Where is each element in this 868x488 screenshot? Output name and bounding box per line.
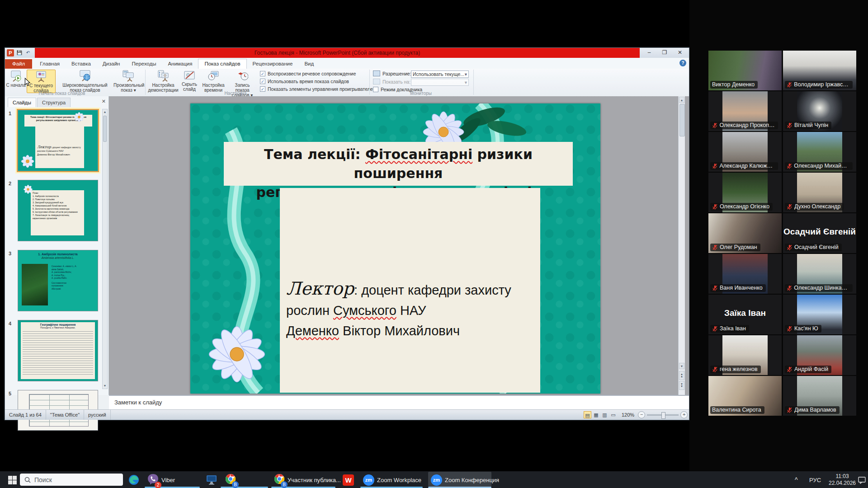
record-slideshow-button[interactable]: Запись показа слайдов ▾ xyxy=(227,70,257,93)
muted-mic-icon xyxy=(787,285,792,291)
taskbar-zoom-workplace-button[interactable]: zm Zoom Workplace xyxy=(363,474,421,486)
taskbar-monitor-button[interactable] xyxy=(206,474,217,486)
participant-tile[interactable]: Духно Олександр xyxy=(783,173,856,212)
from-current-slide-button[interactable]: С текущего слайда xyxy=(27,70,56,93)
participant-tile[interactable]: Заїка Іван Заїка Іван xyxy=(708,295,782,334)
participant-tile[interactable]: Валентина Сирота xyxy=(708,376,782,416)
taskbar-search[interactable]: Поиск xyxy=(20,474,123,486)
taskbar-chrome-meeting-button[interactable]: B Участник публика... xyxy=(274,474,341,486)
scroll-up-icon[interactable]: ▲ xyxy=(103,109,107,115)
slide-thumbnail-3[interactable]: 1. Амброзія полинолиста Ambrosia artemis… xyxy=(18,250,98,311)
from-beginning-button[interactable]: С начала xyxy=(6,70,26,93)
slide-content-box[interactable]: Лектор: доцент кафедри захисту рослин Су… xyxy=(280,188,540,393)
slide-canvas[interactable]: Тема лекції: Фітосанітарні ризики пошире… xyxy=(190,103,600,394)
setup-slideshow-button[interactable]: Настройка демонстрации xyxy=(148,70,179,93)
viber-label: Viber xyxy=(161,477,175,483)
checkbox-play-narration[interactable]: ✓ Воспроизвести речевое сопровождение xyxy=(260,71,356,76)
resolution-value: Использовать текуще... xyxy=(413,71,464,77)
zoom-slider-thumb[interactable] xyxy=(661,412,665,419)
tab-outline[interactable]: Структура xyxy=(37,98,71,107)
tray-language-indicator[interactable]: РУС xyxy=(809,474,821,486)
participant-tile[interactable]: Олег Рудоман xyxy=(708,213,782,253)
notes-pane[interactable]: Заметки к слайду xyxy=(109,395,689,409)
scroll-down-icon[interactable]: ▼ xyxy=(679,363,684,369)
tray-expand-button[interactable]: ^ xyxy=(795,474,798,486)
start-button[interactable] xyxy=(8,474,17,486)
taskbar-chrome-button[interactable]: B xyxy=(225,474,236,486)
scroll-down-icon[interactable]: ▼ xyxy=(103,383,107,389)
participant-tile[interactable]: Дима Варламов xyxy=(783,376,856,416)
slide-scrollbar[interactable]: ▲ ▼ ▲▲ ▼▼ xyxy=(678,96,685,395)
participant-name-label: Валентина Сирота xyxy=(710,406,764,414)
participant-tile[interactable]: Віталій Чупін xyxy=(783,91,856,131)
tab-transitions[interactable]: Переходы xyxy=(126,59,162,69)
participant-tile[interactable]: Осадчий Євгеній Осадчий Євгеній xyxy=(783,213,856,253)
tab-slideshow[interactable]: Показ слайдов xyxy=(198,59,246,69)
taskbar-viber-button[interactable]: 2 Viber xyxy=(147,474,175,486)
scroll-thumb[interactable] xyxy=(103,116,107,142)
scroll-up-icon[interactable]: ▲ xyxy=(679,97,684,103)
participant-tile[interactable]: Кас'ян Ю xyxy=(783,295,856,334)
scroll-thumb[interactable] xyxy=(679,104,685,136)
custom-slideshow-button[interactable]: Произвольный показ ▾ xyxy=(113,70,143,93)
participant-tile[interactable]: Олександр Шинкаре... xyxy=(783,254,856,294)
tab-review[interactable]: Рецензирование xyxy=(247,59,299,69)
setup-show-label: Настройка демонстрации xyxy=(148,83,179,93)
zoom-level[interactable]: 120% xyxy=(622,412,634,418)
slide-thumbnail-2[interactable]: План: 1. Амброзія полинолиста 2. Повитиц… xyxy=(18,180,98,241)
hide-slide-button[interactable]: Скрыть слайд xyxy=(179,70,199,93)
taskbar-wps-button[interactable]: W xyxy=(343,474,354,486)
slideshow-view-icon[interactable]: ▭ xyxy=(609,411,617,418)
participant-tile[interactable]: Виктор Деменко xyxy=(708,51,782,90)
help-icon[interactable]: ? xyxy=(679,60,686,66)
save-icon[interactable]: 💾 xyxy=(16,50,23,56)
taskbar-edge-button[interactable] xyxy=(128,474,139,486)
thumb-title: 1. Амброзія полинолиста xyxy=(18,253,98,256)
participant-tile[interactable]: Александр Калюжный xyxy=(708,132,782,172)
tray-clock[interactable]: 11:03 22.04.2026 xyxy=(828,473,856,487)
ppt-maximize-button[interactable]: ❐ xyxy=(658,48,671,57)
panel-close-icon[interactable]: ✕ xyxy=(102,99,106,104)
participant-tile[interactable]: Олександр Прокопе... xyxy=(708,91,782,131)
slide-title-box[interactable]: Тема лекції: Фітосанітарні ризики пошире… xyxy=(224,142,573,186)
participant-tile[interactable]: Ваня Иванченко xyxy=(708,254,782,294)
reading-view-icon[interactable]: ▥ xyxy=(601,411,609,418)
slide-thumbnail-4[interactable]: Географічне поширення Походить з Північн… xyxy=(18,320,98,381)
tab-design[interactable]: Дизайн xyxy=(97,59,126,69)
slideshow-current-icon xyxy=(35,70,47,82)
previous-slide-button[interactable]: ▲▲ xyxy=(679,371,684,380)
ppt-close-button[interactable]: ✕ xyxy=(673,48,687,57)
tab-slides-thumbnails[interactable]: Слайды xyxy=(8,98,36,107)
zoom-in-icon[interactable]: + xyxy=(680,411,688,418)
tab-animations[interactable]: Анимация xyxy=(162,59,198,69)
resolution-dropdown[interactable]: Использовать текуще...▾ xyxy=(411,70,469,78)
participant-tile[interactable]: Володимир Іржавськ... xyxy=(783,51,856,90)
next-slide-button[interactable]: ▼▼ xyxy=(679,381,684,390)
rehearse-timings-button[interactable]: Настройка времени xyxy=(200,70,226,93)
participant-tile[interactable]: Олександр Огієнко xyxy=(708,173,782,212)
notification-center-button[interactable] xyxy=(858,474,866,486)
panel-scrollbar[interactable]: ▲ ▼ xyxy=(102,109,108,389)
slide-thumbnail-1[interactable]: Тема лекції: Фітосанітарні ризики пошире… xyxy=(18,110,98,171)
zoom-slider[interactable] xyxy=(647,414,679,416)
thumb-plan-item: 4. Американський білий метелик xyxy=(33,204,82,207)
tab-view[interactable]: Вид xyxy=(298,59,320,69)
ppt-minimize-button[interactable]: – xyxy=(642,48,656,57)
tab-home[interactable]: Главная xyxy=(34,59,66,69)
slide-sorter-icon[interactable]: ▦ xyxy=(592,411,600,418)
participant-tile[interactable]: Андрій Фасій xyxy=(783,335,856,375)
language-indicator[interactable]: русский xyxy=(84,410,110,420)
zoom-out-icon[interactable]: − xyxy=(638,411,645,418)
checkbox-show-media-controls[interactable]: ✓ Показать элементы управления проигрыва… xyxy=(260,86,376,92)
normal-view-icon[interactable]: ▤ xyxy=(584,411,591,418)
show-on-dropdown[interactable]: ▾ xyxy=(411,79,469,86)
participant-name-label: Олександр Огієнко xyxy=(710,203,773,211)
participant-tile[interactable]: Олександр Михайле... xyxy=(783,132,856,172)
tab-insert[interactable]: Вставка xyxy=(66,59,97,69)
tab-file[interactable]: Файл xyxy=(5,59,32,69)
broadcast-slideshow-button[interactable]: Широковещательный показ слайдов xyxy=(57,70,113,93)
undo-icon[interactable]: ↶ xyxy=(25,50,31,56)
checkbox-use-timings[interactable]: ✓ Использовать время показа слайдов xyxy=(260,79,349,84)
participant-tile[interactable]: гена железнов xyxy=(708,335,782,375)
taskbar-zoom-meeting-button[interactable]: zm Zoom Конференция xyxy=(431,474,499,486)
